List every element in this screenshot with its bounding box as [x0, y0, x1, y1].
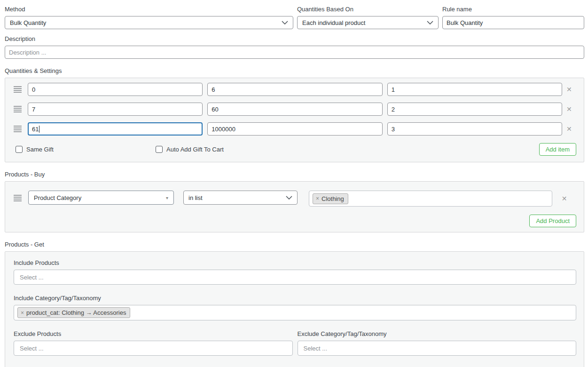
remove-condition-icon[interactable]: ✕ [552, 195, 576, 202]
chevron-down-icon [427, 21, 433, 24]
exclude-products-field-wrap: Exclude Products Select ... [14, 330, 293, 356]
selected-tag-clothing: × Clothing [313, 193, 348, 204]
drag-handle-icon[interactable] [14, 106, 22, 112]
quantities-based-on-value: Each individual product [302, 19, 365, 26]
include-taxonomy-field[interactable]: × product_cat: Clothing → Accessories [14, 305, 576, 320]
remove-row-icon[interactable]: ✕ [562, 125, 576, 133]
quantities-footer: Same Gift Auto Add Gift To Cart Add item [14, 143, 576, 156]
quantity-qty-input-1[interactable] [387, 83, 562, 96]
quantity-qty-input-3[interactable] [387, 122, 562, 136]
tag-label: product_cat: Clothing → Accessories [26, 309, 126, 316]
buy-condition-row: Product Category ▾ in list × Clothing ✕ [14, 191, 576, 207]
quantity-qty-input-2[interactable] [387, 103, 562, 116]
same-gift-label: Same Gift [26, 146, 54, 153]
include-products-label: Include Products [14, 259, 576, 266]
quantity-max-input-3[interactable] [207, 122, 382, 136]
condition-type-select[interactable]: Product Category ▾ [28, 191, 174, 205]
quantities-panel: ✕ ✕ 61 ✕ Same Gift A [5, 78, 584, 162]
drag-handle-icon[interactable] [14, 86, 22, 93]
products-buy-panel: Product Category ▾ in list × Clothing ✕ … [5, 181, 584, 232]
quantity-min-input-1[interactable] [28, 83, 203, 96]
exclude-taxonomy-field-wrap: Exclude Category/Tag/Taxonomy Select ... [298, 330, 577, 356]
auto-add-checkbox[interactable] [156, 146, 163, 153]
quantities-section-title: Quantities & Settings [5, 67, 584, 74]
chevron-down-icon [286, 196, 292, 199]
quantity-max-input-2[interactable] [207, 103, 382, 116]
quantity-max-input-1[interactable] [207, 83, 382, 96]
remove-tag-icon[interactable]: × [21, 310, 24, 316]
include-products-placeholder: Select ... [20, 274, 44, 281]
method-label: Method [5, 6, 293, 13]
quantities-based-on-label: Quantities Based On [297, 6, 439, 13]
quantity-min-input-3-focused[interactable]: 61 [28, 122, 203, 136]
select2-arrow-icon: ▾ [166, 195, 168, 200]
add-item-button[interactable]: Add item [539, 143, 576, 156]
exclude-taxonomy-field[interactable]: Select ... [298, 341, 577, 356]
rule-editor-form: Method Bulk Quantity Quantities Based On… [0, 0, 588, 367]
quantity-min-value-3: 61 [32, 126, 39, 133]
products-get-panel: Include Products Select ... Include Cate… [5, 251, 584, 367]
condition-type-value: Product Category [34, 194, 81, 201]
description-input[interactable] [5, 46, 584, 59]
method-select-value: Bulk Quantity [10, 19, 46, 26]
products-buy-section-title: Products - Buy [5, 171, 584, 178]
quantity-row-2: ✕ [14, 103, 576, 116]
buy-footer: Add Product [14, 215, 576, 227]
exclude-products-field[interactable]: Select ... [14, 341, 293, 356]
buy-values-field[interactable]: × Clothing [309, 191, 552, 207]
quantity-row-1: ✕ [14, 83, 576, 96]
drag-handle-icon[interactable] [14, 126, 22, 132]
text-caret [39, 126, 39, 133]
description-field: Description [5, 35, 584, 59]
exclude-row: Exclude Products Select ... Exclude Cate… [14, 330, 576, 356]
method-select[interactable]: Bulk Quantity [5, 16, 293, 29]
drag-handle-icon[interactable] [14, 195, 22, 201]
quantity-row-3: 61 ✕ [14, 122, 576, 136]
include-products-field[interactable]: Select ... [14, 270, 576, 285]
remove-tag-icon[interactable]: × [316, 195, 319, 202]
exclude-products-label: Exclude Products [14, 330, 293, 337]
exclude-taxonomy-placeholder: Select ... [304, 345, 328, 352]
exclude-products-placeholder: Select ... [20, 345, 44, 352]
selected-tag-taxonomy: × product_cat: Clothing → Accessories [17, 307, 130, 318]
quantities-based-on-select[interactable]: Each individual product [297, 16, 439, 29]
top-row: Method Bulk Quantity Quantities Based On… [5, 6, 584, 29]
auto-add-label: Auto Add Gift To Cart [166, 146, 224, 153]
remove-row-icon[interactable]: ✕ [562, 105, 576, 113]
exclude-taxonomy-label: Exclude Category/Tag/Taxonomy [298, 330, 577, 337]
tag-label: Clothing [321, 195, 344, 202]
include-taxonomy-label: Include Category/Tag/Taxonomy [14, 295, 576, 302]
operator-select[interactable]: in list [183, 191, 298, 205]
same-gift-checkbox[interactable] [16, 146, 23, 153]
auto-add-option[interactable]: Auto Add Gift To Cart [156, 146, 224, 153]
quantities-based-on-field: Quantities Based On Each individual prod… [297, 6, 439, 29]
chevron-down-icon [282, 21, 288, 24]
products-get-section-title: Products - Get [5, 241, 584, 248]
same-gift-option[interactable]: Same Gift [16, 146, 156, 153]
method-field: Method Bulk Quantity [5, 6, 293, 29]
description-label: Description [5, 35, 584, 42]
quantity-min-input-2[interactable] [28, 103, 203, 116]
rule-name-input[interactable] [442, 16, 584, 29]
rule-name-field: Rule name [442, 6, 584, 29]
add-product-button[interactable]: Add Product [529, 215, 576, 227]
rule-name-label: Rule name [442, 6, 584, 13]
operator-value: in list [188, 194, 203, 201]
remove-row-icon[interactable]: ✕ [562, 86, 576, 93]
